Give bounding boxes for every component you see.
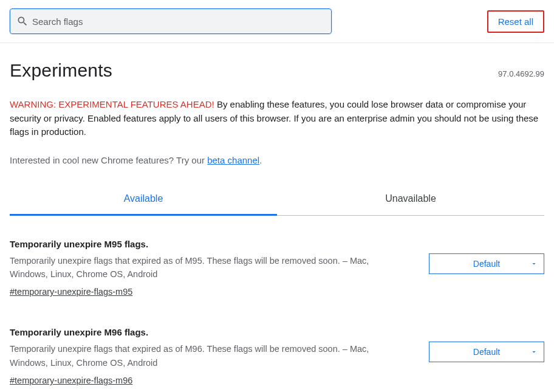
reset-all-button[interactable]: Reset all — [487, 10, 544, 33]
flag-anchor-link[interactable]: #temporary-unexpire-flags-m95 — [10, 287, 132, 297]
interest-suffix: . — [259, 155, 262, 165]
search-box[interactable] — [10, 9, 332, 34]
flag-item: Temporarily unexpire M96 flags. Temporar… — [10, 327, 544, 385]
top-bar: Reset all — [0, 0, 554, 43]
tabs: Available Unavailable — [10, 185, 544, 216]
flag-text: Temporarily unexpire M96 flags. Temporar… — [10, 327, 414, 385]
header-row: Experiments 97.0.4692.99 — [10, 60, 544, 81]
beta-channel-link[interactable]: beta channel — [207, 155, 259, 165]
flag-description: Temporarily unexpire flags that expired … — [10, 254, 398, 281]
flag-select-wrap: Default — [429, 239, 544, 274]
warning-text: WARNING: EXPERIMENTAL FEATURES AHEAD! By… — [10, 98, 544, 139]
search-icon — [16, 15, 29, 27]
tab-unavailable[interactable]: Unavailable — [277, 185, 544, 216]
flag-title: Temporarily unexpire M96 flags. — [10, 327, 414, 337]
content: Experiments 97.0.4692.99 WARNING: EXPERI… — [0, 60, 554, 385]
flag-anchor-link[interactable]: #temporary-unexpire-flags-m96 — [10, 376, 132, 385]
flag-description: Temporarily unexpire flags that expired … — [10, 342, 398, 370]
chevron-down-icon — [530, 348, 538, 356]
flag-title: Temporarily unexpire M95 flags. — [10, 239, 414, 249]
chevron-down-icon — [530, 260, 538, 267]
flag-state-value: Default — [473, 259, 500, 269]
flag-select-wrap: Default — [429, 327, 544, 362]
flag-item: Temporarily unexpire M95 flags. Temporar… — [10, 239, 544, 297]
flag-state-value: Default — [473, 347, 500, 357]
beta-channel-line: Interested in cool new Chrome features? … — [10, 155, 544, 165]
flags-list: Temporarily unexpire M95 flags. Temporar… — [10, 239, 544, 386]
warning-lead: WARNING: EXPERIMENTAL FEATURES AHEAD! — [10, 99, 214, 109]
flag-state-select[interactable]: Default — [429, 342, 544, 362]
flag-text: Temporarily unexpire M95 flags. Temporar… — [10, 239, 414, 297]
interest-prefix: Interested in cool new Chrome features? … — [10, 155, 207, 165]
page-title: Experiments — [10, 60, 112, 81]
version-label: 97.0.4692.99 — [498, 69, 544, 78]
search-input[interactable] — [29, 16, 325, 27]
flag-state-select[interactable]: Default — [429, 253, 544, 274]
tab-available[interactable]: Available — [10, 185, 277, 216]
